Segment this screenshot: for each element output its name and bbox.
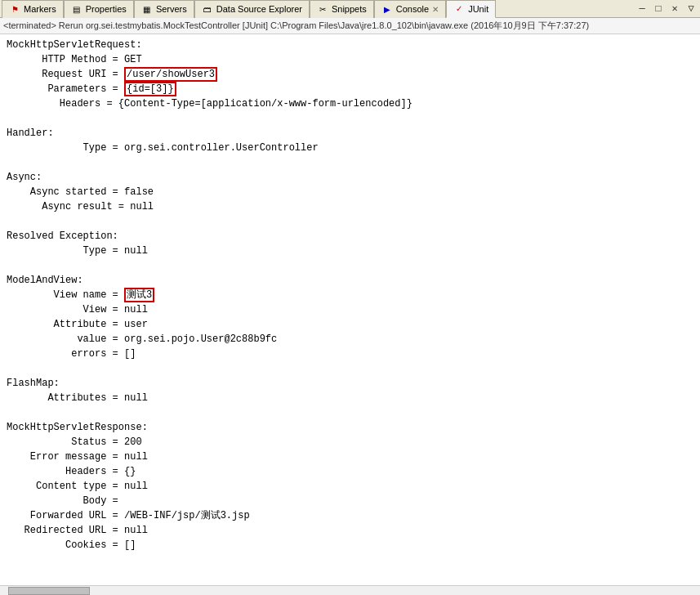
line-blank-1 <box>7 111 693 126</box>
properties-icon: ▤ <box>71 3 82 15</box>
console-close-icon[interactable]: ✕ <box>432 5 439 14</box>
line-status: Status = 200 <box>7 435 693 450</box>
line-view-name: View name = 测试3 <box>7 288 693 302</box>
line-servlet-request: MockHttpServletRequest: <box>7 38 693 52</box>
line-async-result: Async result = null <box>7 199 693 214</box>
line-model-and-view: ModelAndView: <box>7 273 693 288</box>
line-http-method: HTTP Method = GET <box>7 52 693 67</box>
line-parameters: Parameters = {id=[3]} <box>7 82 693 96</box>
eclipse-window: ⚑ Markers ▤ Properties ▦ Servers 🗃 Data … <box>0 0 700 595</box>
tab-markers-label: Markers <box>24 4 56 14</box>
tab-snippets[interactable]: ✂ Snippets <box>310 0 374 18</box>
status-text: <terminated> Rerun org.sei.testmybatis.M… <box>3 20 589 30</box>
line-forwarded-url: Forwarded URL = /WEB-INF/jsp/测试3.jsp <box>7 508 693 523</box>
tab-junit[interactable]: ✓ JUnit <box>446 0 496 18</box>
line-errors: errors = [] <box>7 347 693 361</box>
status-bar: <terminated> Rerun org.sei.testmybatis.M… <box>0 18 700 34</box>
datasource-icon: 🗃 <box>202 3 213 15</box>
line-exception-type: Type = null <box>7 244 693 258</box>
line-blank-5 <box>7 361 693 376</box>
tab-console[interactable]: ▶ Console ✕ <box>374 0 446 18</box>
line-view: View = null <box>7 302 693 317</box>
line-attributes: Attributes = null <box>7 391 693 405</box>
tab-properties[interactable]: ▤ Properties <box>64 0 134 18</box>
line-blank-2 <box>7 155 693 170</box>
line-value: value = org.sei.pojo.User@2c88b9fc <box>7 332 693 347</box>
tab-servers-label: Servers <box>156 4 187 14</box>
junit-icon: ✓ <box>453 3 465 15</box>
line-error-message: Error message = null <box>7 450 693 464</box>
tab-bar: ⚑ Markers ▤ Properties ▦ Servers 🗃 Data … <box>0 0 700 18</box>
line-blank-6 <box>7 405 693 420</box>
maximize-button[interactable]: □ <box>651 2 666 16</box>
console-icon: ▶ <box>381 3 393 15</box>
line-servlet-response: MockHttpServletResponse: <box>7 420 693 435</box>
view-name-highlight: 测试3 <box>124 288 154 302</box>
tab-servers[interactable]: ▦ Servers <box>134 0 194 18</box>
line-request-uri: Request URI = /user/showUser3 <box>7 67 693 82</box>
close-button[interactable]: ✕ <box>667 2 682 16</box>
scrollbar-thumb[interactable] <box>8 587 90 595</box>
line-resolved-exception: Resolved Exception: <box>7 229 693 244</box>
scrollbar-track[interactable] <box>0 587 700 595</box>
line-body: Body = <box>7 494 693 508</box>
line-attribute: Attribute = user <box>7 317 693 332</box>
request-uri-highlight: /user/showUser3 <box>124 67 217 82</box>
line-handler: Handler: <box>7 126 693 141</box>
parameters-highlight: {id=[3]} <box>124 82 176 96</box>
line-response-headers: Headers = {} <box>7 464 693 479</box>
tab-properties-label: Properties <box>86 4 127 14</box>
tab-datasource[interactable]: 🗃 Data Source Explorer <box>194 0 310 18</box>
tab-snippets-label: Snippets <box>332 4 367 14</box>
tab-markers[interactable]: ⚑ Markers <box>2 0 64 18</box>
tab-junit-label: JUnit <box>468 4 488 14</box>
line-blank-3 <box>7 214 693 229</box>
servers-icon: ▦ <box>141 3 153 15</box>
line-async-started: Async started = false <box>7 185 693 199</box>
snippets-icon: ✂ <box>317 3 328 15</box>
tab-console-label: Console <box>396 4 429 14</box>
line-cookies: Cookies = [] <box>7 538 693 552</box>
markers-icon: ⚑ <box>9 3 20 15</box>
horizontal-scrollbar[interactable] <box>0 585 700 595</box>
line-async: Async: <box>7 170 693 185</box>
line-redirected-url: Redirected URL = null <box>7 523 693 538</box>
view-menu-button[interactable]: ▽ <box>684 2 698 16</box>
line-handler-type: Type = org.sei.controller.UserController <box>7 141 693 155</box>
line-content-type: Content type = null <box>7 479 693 494</box>
line-blank-4 <box>7 258 693 273</box>
tab-datasource-label: Data Source Explorer <box>216 4 302 14</box>
tab-toolbar: — □ ✕ ▽ <box>635 2 698 16</box>
line-headers: Headers = {Content-Type=[application/x-w… <box>7 96 693 111</box>
line-flashmap: FlashMap: <box>7 376 693 391</box>
console-output[interactable]: MockHttpServletRequest: HTTP Method = GE… <box>0 34 700 585</box>
minimize-button[interactable]: — <box>635 2 649 16</box>
